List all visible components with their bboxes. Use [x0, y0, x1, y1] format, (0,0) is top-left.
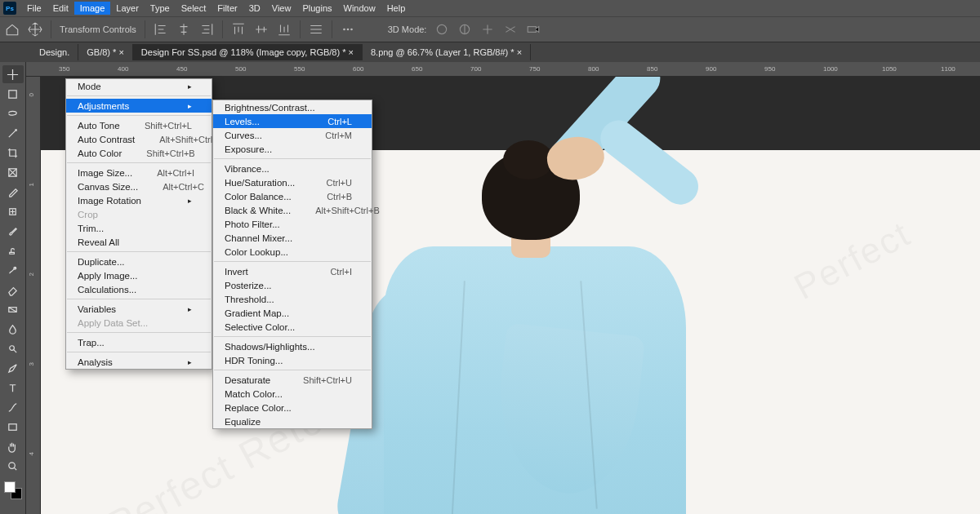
menu-item-trap[interactable]: Trap...: [66, 335, 212, 349]
menu-item-posterize[interactable]: Posterize...: [213, 278, 372, 292]
menu-item-auto-tone[interactable]: Auto ToneShift+Ctrl+L: [66, 118, 212, 132]
tool-gradient[interactable]: [2, 300, 24, 318]
menu-item-channel-mixer[interactable]: Channel Mixer...: [213, 231, 372, 245]
tool-eraser[interactable]: [2, 281, 24, 299]
tool-hand[interactable]: [2, 437, 24, 455]
tool-heal[interactable]: [2, 202, 24, 220]
menu-item-levels[interactable]: Levels...Ctrl+L: [213, 114, 372, 128]
menu-image[interactable]: ModeAdjustmentsAuto ToneShift+Ctrl+LAuto…: [65, 78, 212, 370]
3d-roll-icon[interactable]: [457, 22, 472, 37]
tool-artboard[interactable]: [2, 85, 24, 103]
menu-view[interactable]: View: [266, 2, 297, 15]
menu-help[interactable]: Help: [381, 2, 412, 15]
3d-orbit-icon[interactable]: [434, 22, 449, 37]
3d-pan-icon[interactable]: [480, 22, 495, 37]
menu-item-shadows-highlights[interactable]: Shadows/Highlights...: [213, 339, 372, 353]
menu-item-invert[interactable]: InvertCtrl+I: [213, 264, 372, 278]
menu-adjustments[interactable]: Brightness/Contrast...Levels...Ctrl+LCur…: [212, 100, 372, 429]
tool-blur[interactable]: [2, 320, 24, 338]
ruler-tick: 1100: [941, 65, 956, 73]
menu-item-match-color[interactable]: Match Color...: [213, 387, 372, 401]
menu-item-image-size[interactable]: Image Size...Alt+Ctrl+I: [66, 166, 212, 179]
menu-item-canvas-size[interactable]: Canvas Size...Alt+Ctrl+C: [66, 179, 212, 193]
tool-wand[interactable]: [2, 124, 24, 142]
menu-layer[interactable]: Layer: [110, 2, 145, 15]
menu-item-reveal-all[interactable]: Reveal All: [66, 235, 212, 249]
home-icon[interactable]: [5, 22, 20, 37]
menu-item-exposure[interactable]: Exposure...: [213, 142, 372, 156]
model-photo: [335, 150, 727, 514]
menu-3d[interactable]: 3D: [243, 2, 266, 15]
document-tab[interactable]: Design For SS.psd @ 118% (Image copy, RG…: [133, 44, 363, 60]
menu-item-photo-filter[interactable]: Photo Filter...: [213, 217, 372, 231]
menu-plugins[interactable]: Plugins: [296, 2, 337, 15]
tool-type[interactable]: [2, 379, 24, 397]
tool-dodge[interactable]: [2, 339, 24, 357]
ruler-tick: 1050: [882, 65, 897, 73]
tool-stamp[interactable]: [2, 241, 24, 259]
align-bottom-icon[interactable]: [277, 22, 292, 37]
menu-item-equalize[interactable]: Equalize: [213, 414, 372, 428]
menu-item-variables[interactable]: Variables: [66, 302, 212, 316]
svg-point-3: [438, 24, 447, 33]
menu-item-calculations[interactable]: Calculations...: [66, 282, 212, 296]
svg-rect-6: [9, 90, 16, 97]
move-tool-icon[interactable]: [28, 22, 42, 37]
align-middle-icon[interactable]: [254, 22, 269, 37]
3d-slide-icon[interactable]: [503, 22, 518, 37]
more-icon[interactable]: [341, 22, 355, 37]
tool-path[interactable]: [2, 398, 24, 416]
menu-item-vibrance[interactable]: Vibrance...: [213, 162, 372, 175]
menu-item-brightness-contrast[interactable]: Brightness/Contrast...: [213, 100, 372, 114]
menu-item-auto-color[interactable]: Auto ColorShift+Ctrl+B: [66, 146, 212, 160]
document-tab[interactable]: Design.: [31, 44, 78, 60]
tool-history[interactable]: [2, 261, 24, 279]
menu-item-hue-saturation[interactable]: Hue/Saturation...Ctrl+U: [213, 175, 372, 189]
svg-point-13: [9, 462, 16, 468]
tool-frame[interactable]: [2, 163, 24, 181]
menu-item-selective-color[interactable]: Selective Color...: [213, 320, 372, 334]
menu-item-replace-color[interactable]: Replace Color...: [213, 401, 372, 414]
distribute-icon[interactable]: [309, 22, 323, 37]
document-tab[interactable]: 8.png @ 66.7% (Layer 1, RGB/8#) * ×: [363, 44, 531, 60]
tool-crop[interactable]: [2, 144, 24, 162]
tool-move[interactable]: [2, 65, 24, 83]
align-right-icon[interactable]: [199, 22, 214, 37]
menu-edit[interactable]: Edit: [47, 2, 74, 15]
menu-item-apply-image[interactable]: Apply Image...: [66, 268, 212, 282]
menu-window[interactable]: Window: [338, 2, 381, 15]
menu-type[interactable]: Type: [145, 2, 176, 15]
menu-item-color-lookup[interactable]: Color Lookup...: [213, 245, 372, 259]
align-center-h-icon[interactable]: [176, 22, 191, 37]
menu-filter[interactable]: Filter: [212, 2, 243, 15]
menu-item-color-balance[interactable]: Color Balance...Ctrl+B: [213, 189, 372, 203]
menu-item-trim[interactable]: Trim...: [66, 221, 212, 235]
3d-camera-icon[interactable]: [526, 22, 541, 37]
tool-eyedrop[interactable]: [2, 183, 24, 201]
menu-item-curves[interactable]: Curves...Ctrl+M: [213, 128, 372, 142]
tool-lasso[interactable]: [2, 104, 24, 122]
tool-rect[interactable]: [2, 418, 24, 436]
tool-pen[interactable]: [2, 359, 24, 377]
menu-select[interactable]: Select: [176, 2, 212, 15]
align-top-icon[interactable]: [231, 22, 246, 37]
align-left-icon[interactable]: [154, 22, 168, 37]
menu-item-auto-contrast[interactable]: Auto ContrastAlt+Shift+Ctrl+L: [66, 132, 212, 146]
menu-item-hdr-toning[interactable]: HDR Toning...: [213, 353, 372, 367]
menu-item-gradient-map[interactable]: Gradient Map...: [213, 306, 372, 320]
color-swatch[interactable]: [4, 481, 22, 499]
tool-brush[interactable]: [2, 222, 24, 240]
menu-item-analysis[interactable]: Analysis: [66, 355, 212, 369]
menu-item-threshold[interactable]: Threshold...: [213, 292, 372, 306]
menu-image[interactable]: Image: [74, 2, 111, 15]
menu-item-duplicate[interactable]: Duplicate...: [66, 255, 212, 268]
menu-item-image-rotation[interactable]: Image Rotation: [66, 193, 212, 207]
menu-item-black-white[interactable]: Black & White...Alt+Shift+Ctrl+B: [213, 203, 372, 217]
document-tab[interactable]: GB/8) * ×: [78, 44, 133, 60]
tool-zoom[interactable]: [2, 457, 24, 475]
ruler-tick: 850: [647, 65, 657, 73]
menu-item-adjustments[interactable]: Adjustments: [66, 99, 212, 113]
menu-item-desaturate[interactable]: DesaturateShift+Ctrl+U: [213, 373, 372, 387]
menu-item-mode[interactable]: Mode: [66, 79, 212, 93]
menu-file[interactable]: File: [21, 2, 47, 15]
